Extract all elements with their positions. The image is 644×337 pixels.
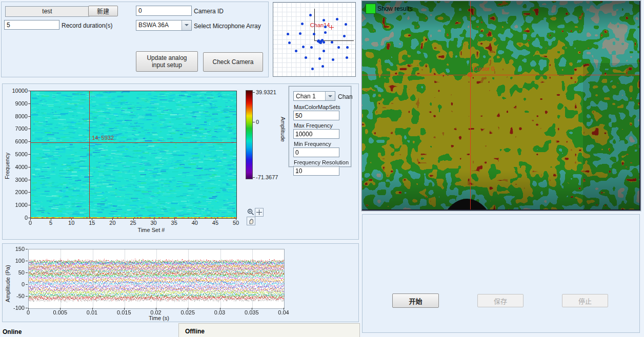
- spectro-ytick: 10000: [6, 88, 28, 94]
- wave-xtick-dash: [220, 308, 220, 310]
- session-name-field[interactable]: test: [5, 6, 89, 17]
- spectro-xtick: 20: [105, 220, 119, 226]
- spectro-ytick: 2000: [6, 189, 28, 195]
- mic-position-dot: [346, 46, 349, 49]
- spectro-ytick: 8000: [6, 113, 28, 119]
- mic-position-dot: [346, 56, 348, 59]
- show-results-checkbox[interactable]: [366, 4, 376, 14]
- spectro-ytick-dash: [28, 103, 30, 104]
- start-button[interactable]: 开始: [392, 293, 439, 308]
- wave-xtick: 0.04: [272, 309, 295, 315]
- spectro-ytick: 3000: [6, 177, 28, 183]
- channel-settings-box: Chan 1 Chan MaxColorMapSets Max Frequenc…: [289, 86, 351, 167]
- colorbar-zero-label: 0: [256, 119, 259, 125]
- wave-xtick: 0.01: [81, 309, 104, 315]
- min-frequency-input[interactable]: [293, 148, 339, 157]
- spectro-ytick: 9000: [6, 100, 28, 107]
- spectro-xtick: 40: [188, 220, 202, 226]
- camera-heatmap-canvas[interactable]: [362, 1, 639, 209]
- cursor-tool-icon[interactable]: [255, 208, 264, 217]
- maxcolormapsets-label: MaxColorMapSets: [294, 104, 347, 110]
- mic-position-dot: [302, 46, 305, 48]
- wave-xtick: 0.03: [209, 309, 231, 315]
- mic-position-dot: [331, 41, 333, 44]
- maxcolormapsets-input[interactable]: [293, 111, 339, 120]
- chevron-down-icon[interactable]: [182, 20, 191, 30]
- spectro-xtick-dash: [51, 218, 51, 220]
- spectro-xtick: 45: [208, 220, 223, 226]
- wave-ytick-dash: [26, 308, 28, 308]
- mic-position-dot: [305, 56, 307, 59]
- spectro-xtick-dash: [71, 218, 72, 220]
- mic-position-dot: [310, 46, 313, 49]
- colorbar-max-label: 39.9321: [256, 89, 276, 95]
- colorbar-tick: [253, 122, 255, 122]
- wave-xtick-dash: [284, 308, 284, 310]
- frequency-resolution-input[interactable]: [293, 166, 339, 176]
- offline-status-label: Offline: [185, 328, 205, 335]
- spectrogram-canvas[interactable]: [30, 91, 237, 219]
- mic-position-dot: [324, 31, 327, 34]
- update-analog-input-button[interactable]: Update analog input setup: [136, 51, 198, 72]
- colorbar-min-label: -71.3677: [256, 174, 278, 180]
- stop-button[interactable]: 停止: [562, 294, 608, 307]
- save-button[interactable]: 保存: [477, 294, 524, 307]
- waveform-canvas[interactable]: [28, 249, 285, 309]
- spectrogram-cursor-vline[interactable]: [89, 91, 90, 218]
- spectro-ytick-dash: [28, 141, 30, 142]
- wave-xtick-dash: [28, 308, 29, 310]
- spectro-ytick: 6000: [6, 138, 28, 144]
- record-duration-label: Record duration(s): [62, 22, 112, 29]
- camera-id-label: Camera ID: [194, 8, 224, 15]
- wave-ytick-dash: [26, 296, 28, 297]
- zoom-icon[interactable]: [247, 208, 254, 216]
- mic-cursor-icon[interactable]: [331, 25, 332, 30]
- waveform-xlabel: Time (s): [138, 315, 179, 321]
- mic-array-dropdown[interactable]: BSWA 36A: [136, 20, 192, 31]
- spectro-ytick-dash: [28, 180, 30, 180]
- wave-xtick-dash: [124, 308, 125, 310]
- spectro-xtick: 10: [64, 220, 78, 226]
- spectro-xtick-dash: [154, 218, 154, 220]
- wave-ytick: 0: [4, 281, 25, 287]
- record-duration-input[interactable]: [4, 20, 59, 30]
- wave-xtick-dash: [188, 308, 188, 310]
- chan-dropdown[interactable]: Chan 1: [293, 91, 335, 101]
- camera-id-input[interactable]: [136, 6, 192, 16]
- spectro-xtick: 5: [44, 220, 58, 226]
- mic-position-dot: [299, 32, 301, 35]
- offline-status-strip: Offline: [178, 323, 360, 337]
- max-frequency-input[interactable]: [293, 129, 339, 139]
- spectro-xtick: 50: [229, 220, 243, 226]
- spectro-ytick-dash: [28, 167, 30, 167]
- spectro-xtick: 30: [147, 220, 161, 226]
- mic-position-dot: [301, 23, 304, 25]
- colorbar-label: Amplitude: [280, 117, 286, 155]
- frequency-resolution-label: Frequency Resolution: [294, 159, 347, 165]
- chevron-down-icon[interactable]: [325, 92, 335, 100]
- spectro-xtick: 0: [23, 220, 37, 226]
- wave-xtick-dash: [156, 308, 156, 310]
- mic-array-plot[interactable]: Chan14: [273, 2, 356, 77]
- wave-ytick: -50: [4, 293, 25, 299]
- camera-view[interactable]: Show results Cursor 0: [361, 1, 641, 211]
- wave-ytick-dash: [26, 249, 28, 249]
- check-camera-button[interactable]: Check Camera: [203, 52, 263, 72]
- wave-ytick: 50: [4, 269, 25, 276]
- mic-array-label: Select Microphone Array: [194, 23, 261, 30]
- wave-xtick: 0.025: [176, 309, 199, 315]
- max-frequency-label: Max Frequency: [294, 122, 347, 129]
- pan-hand-icon[interactable]: [247, 217, 255, 225]
- spectrogram-cursor-hline[interactable]: [30, 142, 236, 143]
- new-button[interactable]: 新建: [88, 6, 118, 16]
- wave-ytick-dash: [26, 272, 28, 273]
- spectro-xtick: 15: [85, 220, 99, 226]
- camera-cursor-label: Cursor 0: [473, 66, 494, 72]
- acoustic-camera-app: test 新建 Record duration(s) Camera ID BSW…: [0, 0, 644, 337]
- wave-xtick: 0.02: [145, 309, 167, 315]
- spectro-ytick-dash: [28, 192, 30, 193]
- spectro-ytick-dash: [28, 154, 30, 155]
- spectro-ytick: 1000: [6, 202, 28, 208]
- run-control-panel: [362, 214, 640, 333]
- spectro-ytick: 5000: [6, 151, 28, 157]
